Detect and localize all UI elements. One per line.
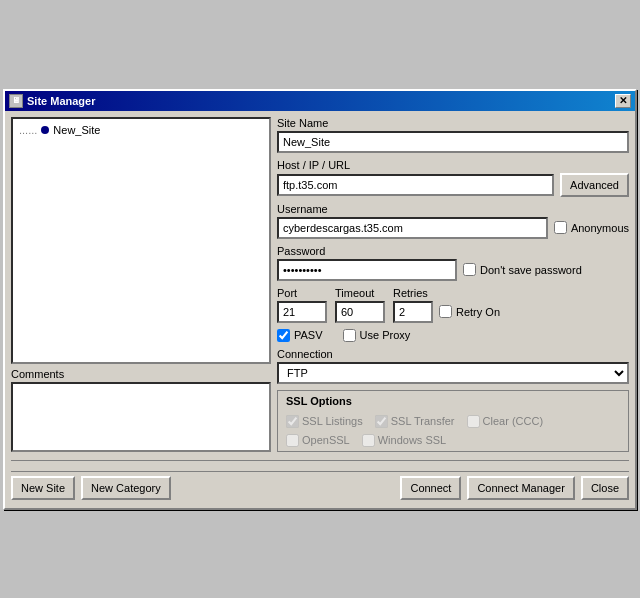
windows-ssl-checkbox[interactable] [362, 434, 375, 447]
title-bar-left: 🖥 Site Manager [9, 94, 95, 108]
site-tree[interactable]: ...... New_Site [11, 117, 271, 364]
site-manager-window: 🖥 Site Manager ✕ ...... New_Site Commen [3, 89, 637, 510]
dont-save-label: Don't save password [480, 264, 582, 276]
openssl-checkbox[interactable] [286, 434, 299, 447]
connect-button[interactable]: Connect [400, 476, 461, 500]
host-row: Advanced [277, 173, 629, 197]
ssl-options-label: SSL Options [286, 395, 620, 407]
host-label: Host / IP / URL [277, 159, 629, 171]
new-category-button[interactable]: New Category [81, 476, 171, 500]
ssl-listings-checkbox[interactable] [286, 415, 299, 428]
right-panel: Site Name Host / IP / URL Advanced Usern… [277, 117, 629, 452]
connection-label: Connection [277, 348, 629, 360]
port-timeout-retries-row: Port Timeout Retries Retry On [277, 287, 629, 323]
tree-dashes: ...... [19, 124, 37, 136]
new-site-button[interactable]: New Site [11, 476, 75, 500]
timeout-group: Timeout [335, 287, 385, 323]
clear-ccc-checkbox-row: Clear (CCC) [467, 415, 544, 428]
connection-group: Connection FTP SFTP FTPS [277, 348, 629, 384]
clear-ccc-checkbox[interactable] [467, 415, 480, 428]
clear-ccc-label: Clear (CCC) [483, 415, 544, 427]
left-panel: ...... New_Site Comments [11, 117, 271, 452]
port-group: Port [277, 287, 327, 323]
password-group: Password Don't save password [277, 245, 629, 281]
close-window-button[interactable]: ✕ [615, 94, 631, 108]
bottom-left-buttons: New Site New Category [11, 476, 171, 500]
username-group: Username Anonymous [277, 203, 629, 239]
comments-input[interactable] [11, 382, 271, 452]
retries-input[interactable] [393, 301, 433, 323]
ssl-row-1: SSL Listings SSL Transfer Clear (CCC) [286, 415, 620, 428]
pasv-checkbox[interactable] [277, 329, 290, 342]
ssl-listings-checkbox-row: SSL Listings [286, 415, 363, 428]
ssl-row-2: OpenSSL Windows SSL [286, 434, 620, 447]
comments-section: Comments [11, 368, 271, 452]
windows-ssl-checkbox-row: Windows SSL [362, 434, 446, 447]
username-row: Anonymous [277, 217, 629, 239]
bottom-right-buttons: Connect Connect Manager Close [400, 476, 629, 500]
window-body: ...... New_Site Comments Site Name [5, 111, 635, 508]
timeout-input[interactable] [335, 301, 385, 323]
retry-on-checkbox-row: Retry On [439, 305, 500, 318]
username-label: Username [277, 203, 629, 215]
dont-save-checkbox-row: Don't save password [463, 263, 582, 276]
windows-ssl-label: Windows SSL [378, 434, 446, 446]
host-group: Host / IP / URL Advanced [277, 159, 629, 197]
password-row: Don't save password [277, 259, 629, 281]
ssl-listings-label: SSL Listings [302, 415, 363, 427]
window-title: Site Manager [27, 95, 95, 107]
password-label: Password [277, 245, 629, 257]
connect-manager-button[interactable]: Connect Manager [467, 476, 574, 500]
dont-save-checkbox[interactable] [463, 263, 476, 276]
openssl-checkbox-row: OpenSSL [286, 434, 350, 447]
pasv-checkbox-row: PASV [277, 329, 323, 342]
use-proxy-checkbox-row: Use Proxy [343, 329, 411, 342]
pasv-proxy-row: PASV Use Proxy [277, 329, 629, 342]
pasv-label: PASV [294, 329, 323, 341]
advanced-button[interactable]: Advanced [560, 173, 629, 197]
retries-row: Retry On [393, 301, 500, 323]
ssl-options-section: SSL Options SSL Listings SSL Transfer [277, 390, 629, 452]
use-proxy-label: Use Proxy [360, 329, 411, 341]
site-tree-item[interactable]: ...... New_Site [17, 123, 265, 137]
password-input[interactable] [277, 259, 457, 281]
title-bar: 🖥 Site Manager ✕ [5, 91, 635, 111]
main-area: ...... New_Site Comments Site Name [11, 117, 629, 452]
site-dot [41, 126, 49, 134]
openssl-label: OpenSSL [302, 434, 350, 446]
close-button[interactable]: Close [581, 476, 629, 500]
retries-group: Retries Retry On [393, 287, 500, 323]
site-name-label: Site Name [277, 117, 629, 129]
retries-label: Retries [393, 287, 500, 299]
use-proxy-checkbox[interactable] [343, 329, 356, 342]
host-input[interactable] [277, 174, 554, 196]
retry-on-label: Retry On [456, 306, 500, 318]
anonymous-label: Anonymous [571, 222, 629, 234]
ssl-transfer-label: SSL Transfer [391, 415, 455, 427]
ssl-transfer-checkbox[interactable] [375, 415, 388, 428]
anonymous-checkbox[interactable] [554, 221, 567, 234]
ssl-transfer-checkbox-row: SSL Transfer [375, 415, 455, 428]
connection-select[interactable]: FTP SFTP FTPS [277, 362, 629, 384]
comments-label: Comments [11, 368, 271, 380]
window-icon: 🖥 [9, 94, 23, 108]
site-item-label: New_Site [53, 124, 100, 136]
anonymous-checkbox-row: Anonymous [554, 221, 629, 234]
timeout-label: Timeout [335, 287, 385, 299]
username-input[interactable] [277, 217, 548, 239]
port-input[interactable] [277, 301, 327, 323]
site-name-input[interactable] [277, 131, 629, 153]
port-label: Port [277, 287, 327, 299]
site-name-group: Site Name [277, 117, 629, 153]
bottom-buttons: New Site New Category Connect Connect Ma… [11, 471, 629, 502]
separator [11, 460, 629, 461]
retry-on-checkbox[interactable] [439, 305, 452, 318]
